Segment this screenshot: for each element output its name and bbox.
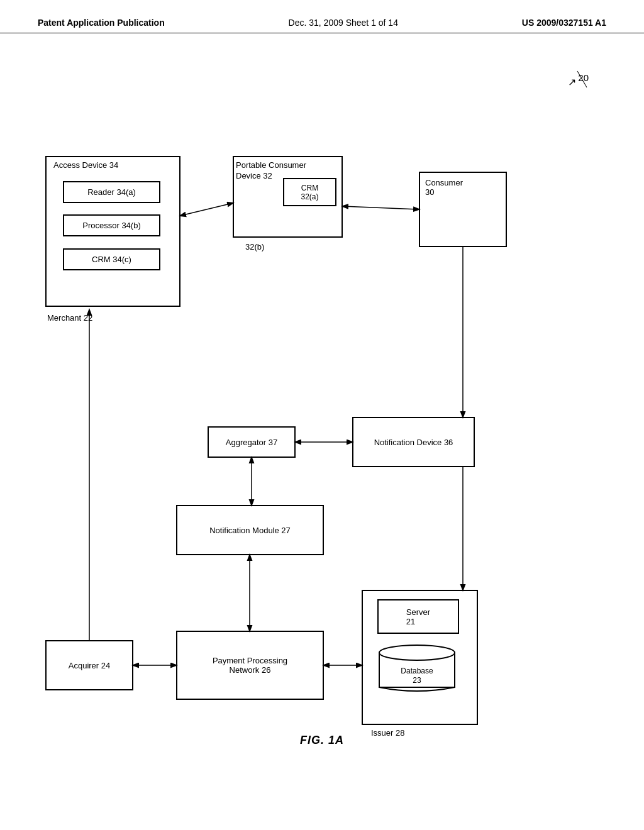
svg-line-4	[180, 203, 233, 216]
header-patent-number: US 2009/0327151 A1	[522, 18, 606, 28]
consumer-box: Consumer30	[419, 172, 507, 247]
payment-network-box: Payment ProcessingNetwork 26	[176, 631, 324, 700]
crm32a-box: CRM32(a)	[283, 178, 336, 206]
svg-line-5	[343, 206, 419, 209]
diagram-area: 20 ↗ Access Device 34 Reader 34(a) Proce…	[0, 40, 644, 782]
svg-text:Database: Database	[401, 667, 433, 675]
notification-device-box: Notification Device 36	[352, 417, 475, 467]
access-device-label: Access Device 34	[53, 160, 118, 170]
processor-box: Processor 34(b)	[63, 214, 160, 236]
fig-caption: FIG. 1A	[300, 734, 344, 747]
svg-point-1	[379, 645, 455, 660]
patent-page: Patent Application Publication Dec. 31, …	[0, 0, 644, 830]
aggregator-box: Aggregator 37	[208, 426, 296, 458]
issuer-label: Issuer 28	[371, 728, 404, 738]
acquirer-box: Acquirer 24	[45, 640, 133, 690]
ref-20-arrow: ↗	[568, 76, 576, 88]
header-date-sheet: Dec. 31, 2009 Sheet 1 of 14	[289, 18, 398, 28]
server-box: Server21	[377, 599, 459, 634]
notification-module-box: Notification Module 27	[176, 505, 324, 555]
page-header: Patent Application Publication Dec. 31, …	[0, 0, 644, 33]
crm34c-box: CRM 34(c)	[63, 248, 160, 270]
merchant-label: Merchant 22	[47, 313, 92, 323]
database-cylinder: Database 23	[376, 643, 458, 694]
header-publication-type: Patent Application Publication	[38, 18, 165, 28]
svg-text:23: 23	[413, 676, 421, 685]
reader-box: Reader 34(a)	[63, 181, 160, 203]
ref-32b-label: 32(b)	[245, 242, 264, 252]
